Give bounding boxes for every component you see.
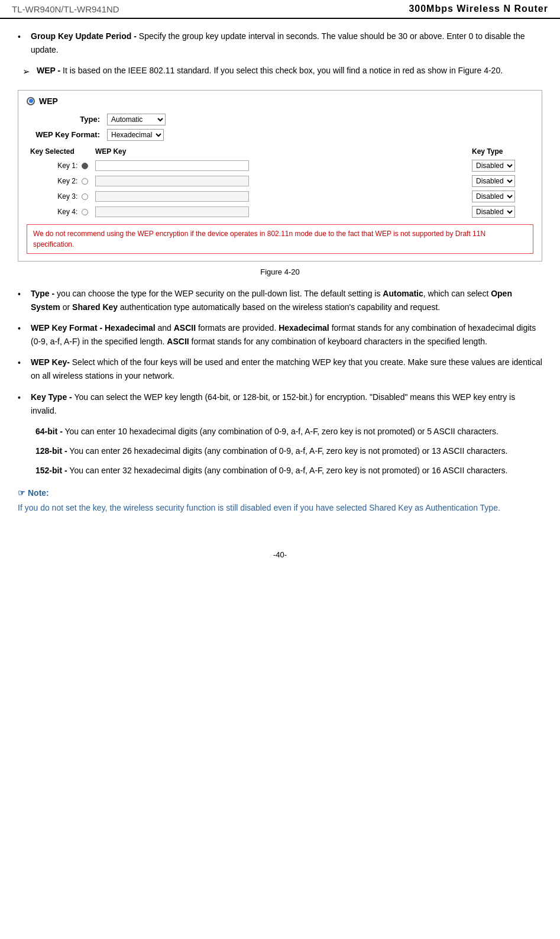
wep-hex-bold2: Hexadecimal: [279, 323, 329, 333]
page-number: -40-: [273, 550, 287, 559]
key4-label-cell: Key 4:: [27, 204, 92, 220]
key-row-2: Key 2: Disabled 64-bit 128-bit 152-bit: [27, 173, 533, 189]
bit128-para: 128-bit - You can enter 26 hexadecimal d…: [18, 444, 542, 458]
key3-radio[interactable]: [82, 193, 88, 200]
type-bullet-dot: •: [18, 287, 31, 314]
wep-radio-inner: [29, 99, 33, 103]
col-wep-key: WEP Key: [92, 146, 468, 158]
page-content: • Group Key Update Period - Specify the …: [0, 30, 560, 533]
key2-type-cell: Disabled 64-bit 128-bit 152-bit: [468, 173, 533, 189]
wep-key-text: WEP Key- Select which of the four keys w…: [31, 356, 542, 383]
note-pencil-icon: ☞: [18, 488, 25, 498]
group-key-text: Group Key Update Period - Specify the gr…: [31, 30, 542, 57]
group-key-bold: Group Key Update Period -: [31, 31, 137, 41]
note-label-row: ☞ Note:: [18, 488, 542, 498]
page-footer: -40-: [0, 550, 560, 559]
wep-ascii-bold2: ASCII: [167, 337, 189, 346]
type-select-cell: Automatic Open System Shared Key: [103, 112, 533, 127]
key1-input[interactable]: [95, 160, 249, 171]
note-text: If you do not set the key, the wireless …: [18, 501, 542, 515]
key-type-text: Key Type - You can select the WEP key le…: [31, 391, 542, 418]
key1-type-cell: Disabled 64-bit 128-bit 152-bit: [468, 158, 533, 173]
key1-label-cell: Key 1:: [27, 158, 92, 173]
wep-radio-button[interactable]: [27, 97, 35, 105]
key3-label-cell: Key 3:: [27, 189, 92, 204]
wep-key-format-dot: •: [18, 321, 31, 349]
bit64-para: 64-bit - You can enter 10 hexadecimal di…: [18, 425, 542, 438]
key2-label-cell: Key 2:: [27, 173, 92, 189]
format-select-cell: Hexadecimal ASCII: [103, 127, 533, 143]
type-bullet: • Type - you can choose the type for the…: [18, 287, 542, 314]
key2-input[interactable]: [95, 176, 249, 186]
format-select[interactable]: Hexadecimal ASCII: [107, 129, 164, 141]
key2-type-select[interactable]: Disabled 64-bit 128-bit 152-bit: [472, 175, 515, 187]
key-type-dot: •: [18, 391, 31, 418]
key-row-3: Key 3: Disabled 64-bit 128-bit 152-bit: [27, 189, 533, 204]
key3-type-select[interactable]: Disabled 64-bit 128-bit 152-bit: [472, 191, 515, 202]
wep-key-bullet: • WEP Key- Select which of the four keys…: [18, 356, 542, 383]
key3-type-cell: Disabled 64-bit 128-bit 152-bit: [468, 189, 533, 204]
wep-key-format-bold1: WEP Key Format - Hexadecimal: [31, 323, 156, 333]
key4-radio[interactable]: [82, 209, 88, 215]
wep-key-format-text: WEP Key Format - Hexadecimal and ASCII f…: [31, 321, 542, 349]
key2-input-cell: [92, 173, 468, 189]
wep-form-table: Type: Automatic Open System Shared Key W…: [27, 112, 533, 143]
wep-warning-text: We do not recommend using the WEP encryp…: [33, 230, 485, 249]
wep-key-format-bullet: • WEP Key Format - Hexadecimal and ASCII…: [18, 321, 542, 349]
wep-ascii-bold: ASCII: [174, 323, 196, 333]
key1-input-cell: [92, 158, 468, 173]
col-key-type: Key Type: [468, 146, 533, 158]
format-row: WEP Key Format: Hexadecimal ASCII: [27, 127, 533, 143]
figure-caption: Figure 4-20: [18, 267, 542, 276]
key1-radio[interactable]: [82, 163, 88, 169]
wep-key-dot: •: [18, 356, 31, 383]
type-select[interactable]: Automatic Open System Shared Key: [107, 114, 166, 125]
wep-arrow-item: ➢ WEP - It is based on the IEEE 802.11 s…: [18, 64, 542, 79]
type-label: Type:: [27, 112, 103, 127]
key-type-bold: Key Type -: [31, 392, 72, 402]
key-table-header: Key Selected WEP Key Key Type: [27, 146, 533, 158]
type-row: Type: Automatic Open System Shared Key: [27, 112, 533, 127]
bit152-para: 152-bit - You can enter 32 hexadecimal d…: [18, 464, 542, 477]
key-row-4: Key 4: Disabled 64-bit 128-bit 152-bit: [27, 204, 533, 220]
type-bullet-text: Type - you can choose the type for the W…: [31, 287, 542, 314]
key3-input[interactable]: [95, 191, 249, 202]
page-header: TL-WR940N/TL-WR941ND 300Mbps Wireless N …: [0, 0, 560, 19]
key2-radio[interactable]: [82, 178, 88, 185]
bit64-bold: 64-bit -: [35, 427, 63, 436]
wep-warning-box: We do not recommend using the WEP encryp…: [27, 224, 533, 254]
key4-type-cell: Disabled 64-bit 128-bit 152-bit: [468, 204, 533, 220]
wep-key-bold: WEP Key-: [31, 357, 70, 367]
key-table: Key Selected WEP Key Key Type Key 1:: [27, 146, 533, 220]
wep-arrow-text: WEP - It is based on the IEEE 802.11 sta…: [37, 64, 542, 79]
wep-config-box: WEP Type: Automatic Open System Shared K…: [18, 90, 542, 262]
bit128-bold: 128-bit -: [35, 446, 67, 456]
key3-input-cell: [92, 189, 468, 204]
arrow-icon: ➢: [22, 64, 37, 79]
format-label: WEP Key Format:: [27, 127, 103, 143]
type-bold-prefix: Type -: [31, 289, 54, 298]
key-row-1: Key 1: Disabled 64-bit 128-bit 152-bit: [27, 158, 533, 173]
wep-title-label: WEP: [39, 96, 58, 106]
key1-type-select[interactable]: Disabled 64-bit 128-bit 152-bit: [472, 160, 515, 172]
key-type-bullet: • Key Type - You can select the WEP key …: [18, 391, 542, 418]
group-key-bullet: • Group Key Update Period - Specify the …: [18, 30, 542, 57]
col-key-selected: Key Selected: [27, 146, 92, 158]
type-automatic-bold: Automatic: [383, 289, 423, 298]
wep-prefix: WEP -: [37, 66, 60, 75]
note-label-text: Note:: [28, 488, 49, 498]
wep-title-row: WEP: [27, 96, 533, 106]
type-shared-key-bold: Shared Key: [72, 302, 118, 312]
product-model: TL-WR940N/TL-WR941ND: [12, 4, 119, 14]
key4-input-cell: [92, 204, 468, 220]
bullet-dot-icon: •: [18, 30, 31, 57]
key4-input[interactable]: [95, 206, 249, 217]
note-section: ☞ Note: If you do not set the key, the w…: [18, 488, 542, 515]
product-title: 300Mbps Wireless N Router: [409, 4, 548, 14]
key4-type-select[interactable]: Disabled 64-bit 128-bit 152-bit: [472, 206, 515, 218]
bit152-bold: 152-bit -: [35, 466, 67, 475]
